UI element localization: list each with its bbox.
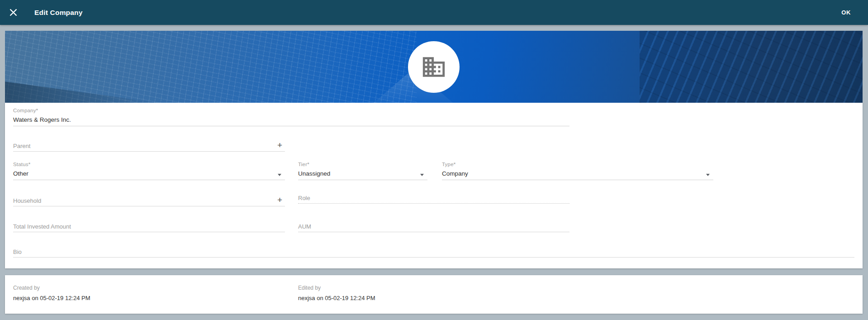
status-field[interactable]: Status* Other	[13, 162, 285, 180]
aum-field[interactable]: AUM	[298, 218, 569, 232]
company-banner	[5, 31, 863, 103]
ok-button[interactable]: OK	[838, 0, 854, 25]
created-by-label: Created by	[13, 285, 285, 291]
total-invested-amount-label: Total Invested Amount	[13, 223, 71, 232]
tier-dropdown-arrow-icon[interactable]	[420, 174, 424, 176]
dialog-titlebar: Edit Company OK	[0, 0, 868, 25]
type-label: Type*	[442, 162, 713, 167]
dialog-title: Edit Company	[34, 9, 83, 17]
status-label: Status*	[13, 162, 285, 167]
close-button[interactable]	[6, 5, 20, 20]
add-household-icon[interactable]: +	[277, 196, 282, 204]
household-label: Household	[13, 197, 41, 206]
type-dropdown-arrow-icon[interactable]	[706, 174, 710, 176]
tier-field[interactable]: Tier* Unassigned	[298, 162, 427, 180]
edited-by: Edited by nexjsa on 05-02-19 12:24 PM	[298, 285, 569, 301]
add-parent-icon[interactable]: +	[277, 141, 282, 149]
status-value[interactable]: Other	[13, 170, 285, 180]
tier-value[interactable]: Unassigned	[298, 170, 427, 180]
company-label: Company*	[13, 108, 569, 113]
edited-by-label: Edited by	[298, 285, 569, 291]
role-field: Role	[298, 189, 569, 204]
type-field[interactable]: Type* Company	[442, 162, 713, 180]
type-value[interactable]: Company	[442, 170, 713, 180]
created-by-value: nexjsa on 05-02-19 12:24 PM	[13, 295, 285, 301]
company-avatar[interactable]	[408, 41, 460, 93]
household-field[interactable]: Household +	[13, 192, 285, 206]
role-label: Role	[298, 195, 310, 203]
total-invested-amount-field[interactable]: Total Invested Amount	[13, 218, 285, 232]
tier-label: Tier*	[298, 162, 427, 167]
building-icon	[421, 54, 447, 80]
company-value[interactable]: Waters & Rogers Inc.	[13, 116, 569, 126]
audit-footer-card: Created by nexjsa on 05-02-19 12:24 PM E…	[5, 275, 863, 314]
bio-field[interactable]: Bio	[13, 243, 854, 258]
banner-glass-tower-right	[640, 31, 863, 103]
created-by: Created by nexjsa on 05-02-19 12:24 PM	[13, 285, 285, 301]
close-icon	[9, 9, 17, 16]
edit-company-dialog: Edit Company OK Company* Waters & Rogers…	[0, 0, 868, 314]
company-form-card: Company* Waters & Rogers Inc. Parent + S…	[5, 103, 863, 268]
bio-label: Bio	[13, 248, 22, 257]
company-field[interactable]: Company* Waters & Rogers Inc.	[13, 108, 569, 126]
edited-by-value: nexjsa on 05-02-19 12:24 PM	[298, 295, 569, 301]
parent-label: Parent	[13, 143, 30, 151]
parent-field[interactable]: Parent +	[13, 137, 285, 152]
aum-label: AUM	[298, 223, 311, 232]
status-dropdown-arrow-icon[interactable]	[278, 174, 281, 176]
